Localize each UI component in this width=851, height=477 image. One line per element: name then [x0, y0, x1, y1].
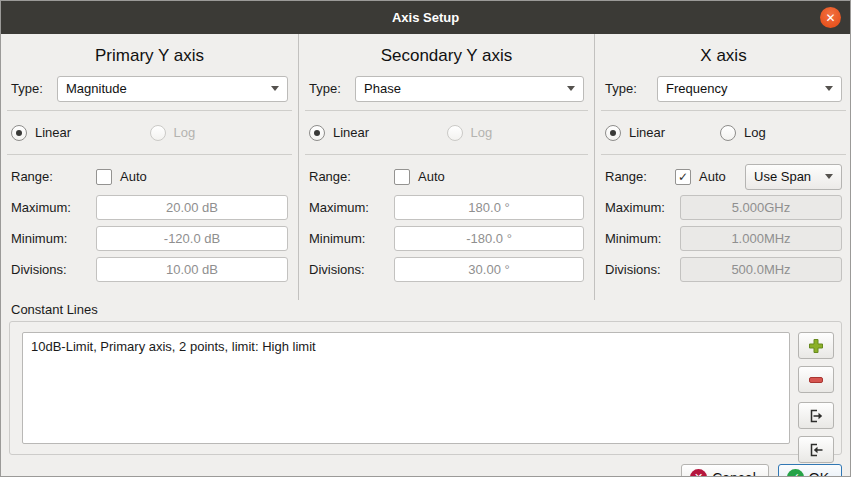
secondary-minimum-field[interactable]: -180.0 ° — [394, 226, 584, 251]
x-auto-checkbox[interactable] — [675, 169, 691, 185]
x-span-value: Use Span — [754, 169, 811, 184]
x-span-select[interactable]: Use Span — [745, 164, 842, 190]
divisions-label: Divisions: — [309, 262, 394, 277]
secondary-maximum-field[interactable]: 180.0 ° — [394, 195, 584, 220]
divisions-label: Divisions: — [11, 262, 96, 277]
list-item[interactable]: 10dB-Limit, Primary axis, 2 points, limi… — [31, 337, 781, 357]
import-lines-button[interactable] — [798, 436, 834, 463]
type-label: Type: — [11, 81, 57, 96]
x-type-select[interactable]: Frequency — [657, 76, 842, 102]
constant-lines-label: Constant Lines — [11, 302, 850, 317]
chevron-down-icon — [825, 174, 833, 179]
divider — [601, 110, 846, 111]
minus-icon — [808, 372, 824, 388]
constant-lines-group: 10dB-Limit, Primary axis, 2 points, limi… — [9, 321, 842, 455]
title-bar: Axis Setup ✕ — [1, 1, 850, 34]
maximum-label: Maximum: — [309, 200, 394, 215]
ok-label: OK — [809, 470, 829, 477]
auto-label: Auto — [418, 169, 445, 184]
close-icon: ✕ — [825, 12, 835, 24]
maximum-label: Maximum: — [11, 200, 96, 215]
maximum-label: Maximum: — [605, 200, 680, 215]
cancel-x-icon: ✕ — [690, 469, 707, 477]
primary-y-axis-title: Primary Y axis — [11, 46, 288, 66]
auto-label: Auto — [120, 169, 147, 184]
x-axis-section: X axis Type: Frequency Linear Log Range:… — [594, 34, 851, 300]
close-button[interactable]: ✕ — [820, 7, 841, 28]
x-maximum-field: 5.000GHz — [680, 195, 842, 220]
axis-columns: Primary Y axis Type: Magnitude Linear Lo… — [1, 34, 850, 300]
secondary-type-select[interactable]: Phase — [355, 76, 584, 102]
ok-check-icon: ✓ — [787, 469, 804, 477]
auto-label: Auto — [699, 169, 726, 184]
divider — [7, 154, 292, 155]
constant-lines-list[interactable]: 10dB-Limit, Primary axis, 2 points, limi… — [22, 332, 790, 444]
radio-icon — [150, 125, 166, 141]
secondary-linear-radio[interactable]: Linear — [309, 125, 447, 141]
range-label: Range: — [11, 169, 96, 184]
primary-type-select[interactable]: Magnitude — [57, 76, 288, 102]
primary-auto-checkbox[interactable] — [96, 169, 112, 185]
divider — [305, 154, 588, 155]
divider — [7, 110, 292, 111]
secondary-type-value: Phase — [364, 81, 401, 96]
chevron-down-icon — [271, 86, 279, 91]
secondary-auto-checkbox[interactable] — [394, 169, 410, 185]
range-label: Range: — [309, 169, 394, 184]
radio-icon — [447, 125, 463, 141]
primary-maximum-field[interactable]: 20.00 dB — [96, 195, 288, 220]
x-axis-title: X axis — [605, 46, 842, 66]
constant-lines-buttons — [798, 332, 834, 463]
export-icon — [808, 408, 824, 424]
minimum-label: Minimum: — [605, 231, 680, 246]
x-linear-radio[interactable]: Linear — [605, 125, 720, 141]
plus-icon — [808, 338, 824, 354]
chevron-down-icon — [825, 86, 833, 91]
radio-selected-icon — [11, 125, 27, 141]
export-lines-button[interactable] — [798, 402, 834, 429]
ok-button[interactable]: ✓ OK — [778, 464, 842, 477]
primary-type-value: Magnitude — [66, 81, 127, 96]
radio-selected-icon — [605, 125, 621, 141]
x-minimum-field: 1.000MHz — [680, 226, 842, 251]
primary-linear-radio[interactable]: Linear — [11, 125, 150, 141]
chevron-down-icon — [567, 86, 575, 91]
window-title: Axis Setup — [392, 10, 459, 25]
secondary-y-axis-section: Secondary Y axis Type: Phase Linear Log … — [298, 34, 594, 300]
primary-minimum-field[interactable]: -120.0 dB — [96, 226, 288, 251]
remove-line-button[interactable] — [798, 366, 834, 393]
type-label: Type: — [309, 81, 355, 96]
x-type-value: Frequency — [666, 81, 727, 96]
dialog-footer: ✕ Cancel ✓ OK — [1, 455, 850, 477]
divisions-label: Divisions: — [605, 262, 680, 277]
cancel-label: Cancel — [712, 470, 756, 477]
primary-divisions-field[interactable]: 10.00 dB — [96, 257, 288, 282]
x-log-radio[interactable]: Log — [720, 125, 842, 141]
primary-y-axis-section: Primary Y axis Type: Magnitude Linear Lo… — [1, 34, 298, 300]
radio-selected-icon — [309, 125, 325, 141]
type-label: Type: — [605, 81, 657, 96]
secondary-divisions-field[interactable]: 30.00 ° — [394, 257, 584, 282]
minimum-label: Minimum: — [309, 231, 394, 246]
add-line-button[interactable] — [798, 332, 834, 359]
primary-log-radio: Log — [150, 125, 289, 141]
divider — [601, 154, 846, 155]
secondary-log-radio: Log — [447, 125, 585, 141]
secondary-y-axis-title: Secondary Y axis — [309, 46, 584, 66]
x-divisions-field: 500.0MHz — [680, 257, 842, 282]
radio-icon — [720, 125, 736, 141]
divider — [305, 110, 588, 111]
range-label: Range: — [605, 169, 675, 184]
import-icon — [808, 442, 824, 458]
minimum-label: Minimum: — [11, 231, 96, 246]
cancel-button[interactable]: ✕ Cancel — [681, 464, 769, 477]
